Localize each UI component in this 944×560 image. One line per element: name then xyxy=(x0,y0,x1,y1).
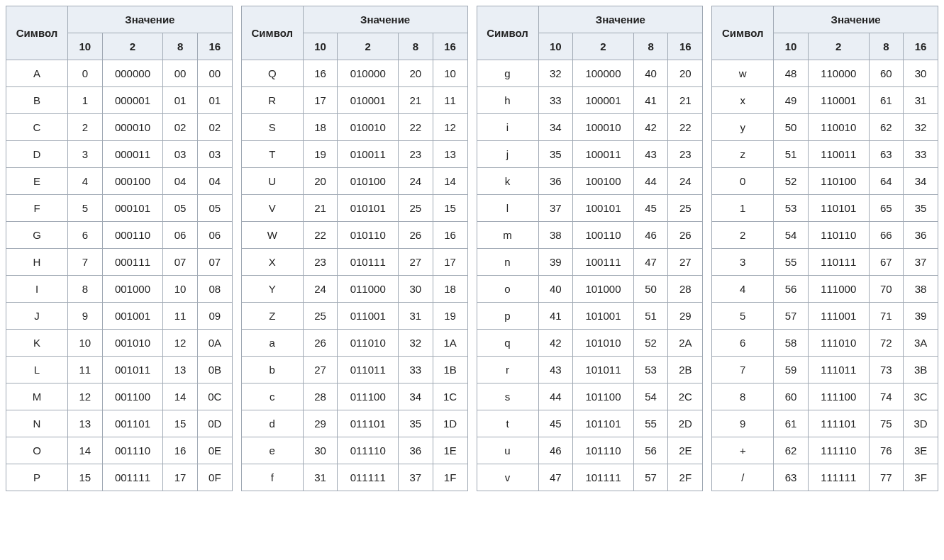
cell-base16: 16 xyxy=(433,222,467,249)
cell-symbol: 2 xyxy=(712,222,774,249)
cell-base16: 1A xyxy=(433,330,467,357)
table-row: 658111010723A xyxy=(712,330,938,357)
cell-symbol: X xyxy=(241,249,303,276)
cell-symbol: 3 xyxy=(712,249,774,276)
cell-symbol: W xyxy=(241,222,303,249)
table-row: L11001011130B xyxy=(6,357,233,383)
col-header-base16: 16 xyxy=(904,33,938,60)
cell-base2: 010100 xyxy=(338,168,399,195)
cell-base2: 010111 xyxy=(338,249,399,276)
table-row: s44101100542C xyxy=(477,383,703,410)
encoding-table-3: СимволЗначение102816w481100006030x491100… xyxy=(711,6,938,491)
cell-base2: 100100 xyxy=(573,168,634,195)
cell-symbol: k xyxy=(477,168,538,195)
table-row: l371001014525 xyxy=(477,195,703,222)
table-row: S180100102212 xyxy=(241,114,467,141)
cell-base8: 67 xyxy=(869,249,904,276)
table-row: B10000010101 xyxy=(6,87,233,114)
cell-base8: 43 xyxy=(633,141,668,168)
cell-base2: 000110 xyxy=(102,222,163,249)
table-row: 2541101106636 xyxy=(712,222,938,249)
cell-symbol: s xyxy=(477,383,538,410)
cell-base2: 101000 xyxy=(573,276,634,303)
cell-base16: 00 xyxy=(197,60,232,87)
cell-base10: 28 xyxy=(303,383,338,410)
col-header-base2: 2 xyxy=(102,33,163,60)
table-row: 5571110017139 xyxy=(712,303,938,330)
cell-base8: 73 xyxy=(869,357,904,383)
table-row: C20000100202 xyxy=(6,114,233,141)
table-row: Y240110003018 xyxy=(241,276,467,303)
table-row: H70001110707 xyxy=(6,249,233,276)
col-header-symbol: Символ xyxy=(6,6,68,60)
cell-base8: 74 xyxy=(869,383,904,410)
table-row: w481100006030 xyxy=(712,60,938,87)
cell-base10: 55 xyxy=(774,249,809,276)
col-header-base8: 8 xyxy=(869,33,904,60)
cell-base10: 31 xyxy=(303,464,338,491)
table-row: 961111101753D xyxy=(712,410,938,437)
col-header-base10: 10 xyxy=(774,33,809,60)
cell-base10: 21 xyxy=(303,195,338,222)
cell-symbol: U xyxy=(241,168,303,195)
cell-base10: 13 xyxy=(68,410,103,437)
table-row: h331000014121 xyxy=(477,87,703,114)
cell-base8: 36 xyxy=(399,437,433,464)
cell-base2: 101001 xyxy=(573,303,634,330)
cell-base16: 1E xyxy=(433,437,467,464)
cell-base10: 22 xyxy=(303,222,338,249)
cell-base16: 10 xyxy=(433,60,467,87)
cell-base8: 42 xyxy=(633,114,668,141)
cell-base16: 36 xyxy=(904,222,938,249)
cell-base2: 011011 xyxy=(338,357,399,383)
cell-symbol: C xyxy=(6,114,68,141)
cell-base8: 44 xyxy=(633,168,668,195)
table-row: F50001010505 xyxy=(6,195,233,222)
cell-base2: 000011 xyxy=(102,141,163,168)
col-header-symbol: Символ xyxy=(241,6,303,60)
cell-base2: 111111 xyxy=(808,464,869,491)
cell-symbol: L xyxy=(6,357,68,383)
cell-base2: 001011 xyxy=(102,357,163,383)
col-header-base16: 16 xyxy=(197,33,232,60)
cell-base16: 03 xyxy=(197,141,232,168)
cell-base2: 001111 xyxy=(102,464,163,491)
cell-base2: 001000 xyxy=(102,276,163,303)
table-row: e30011110361E xyxy=(241,437,467,464)
cell-symbol: D xyxy=(6,141,68,168)
cell-base16: 11 xyxy=(433,87,467,114)
cell-base16: 26 xyxy=(668,222,703,249)
cell-base16: 0C xyxy=(197,383,232,410)
cell-base10: 27 xyxy=(303,357,338,383)
cell-base2: 111001 xyxy=(808,303,869,330)
col-header-value: Значение xyxy=(774,6,938,33)
cell-base10: 19 xyxy=(303,141,338,168)
cell-base10: 56 xyxy=(774,276,809,303)
cell-symbol: N xyxy=(6,410,68,437)
cell-base16: 21 xyxy=(668,87,703,114)
cell-base16: 13 xyxy=(433,141,467,168)
cell-base10: 45 xyxy=(538,410,573,437)
cell-base2: 010101 xyxy=(338,195,399,222)
cell-base16: 20 xyxy=(668,60,703,87)
table-row: I80010001008 xyxy=(6,276,233,303)
cell-base2: 110001 xyxy=(808,87,869,114)
table-row: U200101002414 xyxy=(241,168,467,195)
cell-symbol: o xyxy=(477,276,538,303)
cell-base8: 03 xyxy=(163,141,198,168)
cell-base16: 27 xyxy=(668,249,703,276)
cell-base8: 12 xyxy=(163,330,198,357)
table-row: c28011100341C xyxy=(241,383,467,410)
cell-symbol: M xyxy=(6,383,68,410)
table-row: M12001100140C xyxy=(6,383,233,410)
cell-base8: 46 xyxy=(633,222,668,249)
cell-base8: 31 xyxy=(399,303,433,330)
cell-base16: 12 xyxy=(433,114,467,141)
cell-base10: 17 xyxy=(303,87,338,114)
cell-base2: 101101 xyxy=(573,410,634,437)
cell-base10: 5 xyxy=(68,195,103,222)
cell-base2: 110000 xyxy=(808,60,869,87)
table-row: G60001100606 xyxy=(6,222,233,249)
cell-base16: 0F xyxy=(197,464,232,491)
cell-base10: 9 xyxy=(68,303,103,330)
